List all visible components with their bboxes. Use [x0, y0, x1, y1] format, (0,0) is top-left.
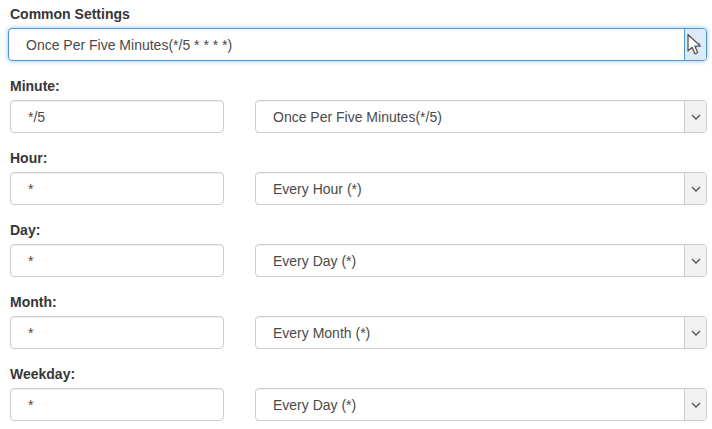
day-label: Day: — [10, 222, 707, 238]
common-settings-dropdown-button[interactable] — [684, 29, 706, 60]
common-settings-selected-value: Once Per Five Minutes(*/5 * * * *) — [9, 29, 684, 60]
hour-row: Every Hour (*) — [10, 172, 707, 205]
weekday-label: Weekday: — [10, 366, 707, 382]
minute-input[interactable] — [10, 100, 224, 133]
day-row: Every Day (*) — [10, 244, 707, 277]
chevron-down-icon — [691, 186, 701, 192]
day-selected-value: Every Day (*) — [256, 245, 684, 276]
hour-select[interactable]: Every Hour (*) — [255, 172, 707, 205]
month-select[interactable]: Every Month (*) — [255, 316, 707, 349]
hour-dropdown-button[interactable] — [684, 173, 706, 204]
weekday-row: Every Day (*) — [10, 388, 707, 421]
common-settings-select[interactable]: Once Per Five Minutes(*/5 * * * *) — [8, 28, 707, 61]
chevron-down-icon — [691, 258, 701, 264]
weekday-dropdown-button[interactable] — [684, 389, 706, 420]
day-input[interactable] — [10, 244, 224, 277]
day-select[interactable]: Every Day (*) — [255, 244, 707, 277]
month-selected-value: Every Month (*) — [256, 317, 684, 348]
chevron-down-icon — [691, 402, 701, 408]
weekday-select[interactable]: Every Day (*) — [255, 388, 707, 421]
weekday-selected-value: Every Day (*) — [256, 389, 684, 420]
minute-selected-value: Once Per Five Minutes(*/5) — [256, 101, 684, 132]
month-dropdown-button[interactable] — [684, 317, 706, 348]
weekday-input[interactable] — [10, 388, 224, 421]
minute-label: Minute: — [10, 78, 707, 94]
hour-selected-value: Every Hour (*) — [256, 173, 684, 204]
month-row: Every Month (*) — [10, 316, 707, 349]
hour-input[interactable] — [10, 172, 224, 205]
chevron-down-icon — [691, 42, 701, 48]
day-dropdown-button[interactable] — [684, 245, 706, 276]
month-input[interactable] — [10, 316, 224, 349]
chevron-down-icon — [691, 114, 701, 120]
month-label: Month: — [10, 294, 707, 310]
minute-select[interactable]: Once Per Five Minutes(*/5) — [255, 100, 707, 133]
cron-job-settings-form: Common Settings Once Per Five Minutes(*/… — [0, 0, 712, 429]
minute-row: Once Per Five Minutes(*/5) — [10, 100, 707, 133]
chevron-down-icon — [691, 330, 701, 336]
hour-label: Hour: — [10, 150, 707, 166]
common-settings-label: Common Settings — [10, 6, 707, 22]
minute-dropdown-button[interactable] — [684, 101, 706, 132]
